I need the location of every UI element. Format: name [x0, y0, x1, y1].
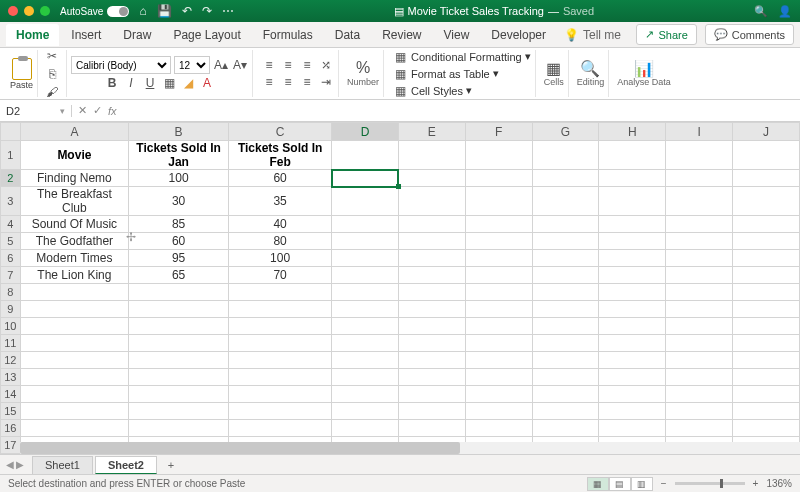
cell-C13[interactable] [229, 369, 332, 386]
row-header-5[interactable]: 5 [1, 233, 21, 250]
tab-review[interactable]: Review [372, 24, 431, 46]
cell-F14[interactable] [465, 386, 532, 403]
fx-icon[interactable]: fx [108, 105, 117, 117]
row-header-3[interactable]: 3 [1, 187, 21, 216]
cell-I3[interactable] [666, 187, 733, 216]
tab-draw[interactable]: Draw [113, 24, 161, 46]
page-layout-view-button[interactable]: ▤ [609, 477, 631, 491]
cell-F9[interactable] [465, 301, 532, 318]
share-button[interactable]: ↗ Share [636, 24, 696, 45]
col-header-H[interactable]: H [599, 123, 666, 141]
cell-H9[interactable] [599, 301, 666, 318]
cell-G11[interactable] [532, 335, 599, 352]
cell-F8[interactable] [465, 284, 532, 301]
cell-B13[interactable] [129, 369, 229, 386]
cell-H10[interactable] [599, 318, 666, 335]
col-header-A[interactable]: A [20, 123, 128, 141]
cell-F1[interactable] [465, 141, 532, 170]
save-icon[interactable]: 💾 [157, 4, 172, 18]
cell-E14[interactable] [398, 386, 465, 403]
cell-A6[interactable]: Modern Times [20, 250, 128, 267]
cell-B1[interactable]: Tickets Sold In Jan [129, 141, 229, 170]
cell-B15[interactable] [129, 403, 229, 420]
cell-D13[interactable] [332, 369, 399, 386]
align-middle-icon[interactable]: ≡ [280, 57, 296, 73]
cell-I4[interactable] [666, 216, 733, 233]
row-header-16[interactable]: 16 [1, 420, 21, 437]
cell-I12[interactable] [666, 352, 733, 369]
align-left-icon[interactable]: ≡ [261, 74, 277, 90]
cell-J13[interactable] [733, 369, 800, 386]
copy-icon[interactable]: ⎘ [44, 66, 60, 82]
cell-C3[interactable]: 35 [229, 187, 332, 216]
cell-B7[interactable]: 65 [129, 267, 229, 284]
cell-A3[interactable]: The Breakfast Club [20, 187, 128, 216]
cell-J9[interactable] [733, 301, 800, 318]
cell-A11[interactable] [20, 335, 128, 352]
cell-J15[interactable] [733, 403, 800, 420]
undo-icon[interactable]: ↶ [182, 4, 192, 18]
cell-D3[interactable] [332, 187, 399, 216]
format-as-table-button[interactable]: ▦Format as Table▾ [392, 66, 499, 82]
cell-D7[interactable] [332, 267, 399, 284]
cell-B8[interactable] [129, 284, 229, 301]
cell-G16[interactable] [532, 420, 599, 437]
cell-G10[interactable] [532, 318, 599, 335]
cell-J6[interactable] [733, 250, 800, 267]
tab-data[interactable]: Data [325, 24, 370, 46]
cells-group[interactable]: ▦ Cells [540, 50, 569, 97]
cell-F6[interactable] [465, 250, 532, 267]
cell-E3[interactable] [398, 187, 465, 216]
row-header-12[interactable]: 12 [1, 352, 21, 369]
page-break-view-button[interactable]: ▥ [631, 477, 653, 491]
cell-F13[interactable] [465, 369, 532, 386]
row-header-10[interactable]: 10 [1, 318, 21, 335]
cell-F3[interactable] [465, 187, 532, 216]
cell-B12[interactable] [129, 352, 229, 369]
sheet-tab-sheet2[interactable]: Sheet2 [95, 456, 157, 474]
tab-page-layout[interactable]: Page Layout [163, 24, 250, 46]
cell-F11[interactable] [465, 335, 532, 352]
sheet-nav[interactable]: ◀▶ [6, 459, 24, 470]
cell-D14[interactable] [332, 386, 399, 403]
cell-C10[interactable] [229, 318, 332, 335]
zoom-out-button[interactable]: − [661, 478, 667, 489]
cell-I15[interactable] [666, 403, 733, 420]
tab-home[interactable]: Home [6, 24, 59, 46]
cell-G14[interactable] [532, 386, 599, 403]
cell-E10[interactable] [398, 318, 465, 335]
cell-G12[interactable] [532, 352, 599, 369]
cell-B10[interactable] [129, 318, 229, 335]
cell-J11[interactable] [733, 335, 800, 352]
font-color-button[interactable]: A [199, 75, 215, 91]
scrollbar-thumb[interactable] [20, 442, 460, 454]
tab-formulas[interactable]: Formulas [253, 24, 323, 46]
row-header-14[interactable]: 14 [1, 386, 21, 403]
cell-G6[interactable] [532, 250, 599, 267]
prev-sheet-icon[interactable]: ◀ [6, 459, 14, 470]
cell-I1[interactable] [666, 141, 733, 170]
cell-D8[interactable] [332, 284, 399, 301]
cell-J7[interactable] [733, 267, 800, 284]
cell-E9[interactable] [398, 301, 465, 318]
cell-B2[interactable]: 100 [129, 170, 229, 187]
analyse-data-group[interactable]: 📊 Analyse Data [613, 50, 675, 97]
cell-D16[interactable] [332, 420, 399, 437]
minimize-window-icon[interactable] [24, 6, 34, 16]
cell-E15[interactable] [398, 403, 465, 420]
cell-G1[interactable] [532, 141, 599, 170]
cell-I13[interactable] [666, 369, 733, 386]
cell-H8[interactable] [599, 284, 666, 301]
percent-icon[interactable]: % [355, 60, 371, 76]
align-bottom-icon[interactable]: ≡ [299, 57, 315, 73]
enter-icon[interactable]: ✓ [93, 104, 102, 117]
zoom-slider[interactable] [675, 482, 745, 485]
cell-C5[interactable]: 80 [229, 233, 332, 250]
col-header-B[interactable]: B [129, 123, 229, 141]
cell-H16[interactable] [599, 420, 666, 437]
cell-H15[interactable] [599, 403, 666, 420]
cell-H1[interactable] [599, 141, 666, 170]
row-header-9[interactable]: 9 [1, 301, 21, 318]
cell-C12[interactable] [229, 352, 332, 369]
maximize-window-icon[interactable] [40, 6, 50, 16]
